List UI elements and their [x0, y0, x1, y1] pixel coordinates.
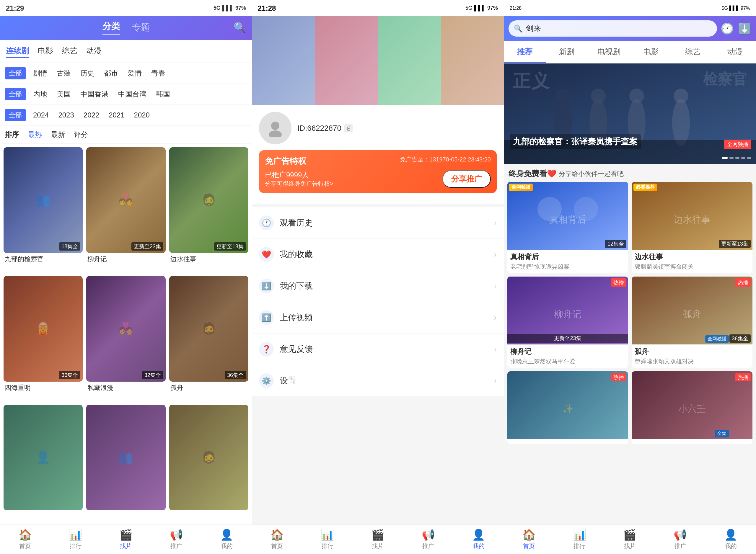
vip-share-button[interactable]: 分享推广 [442, 170, 491, 188]
nav-promo-label-2: 推广 [422, 542, 434, 550]
tab-tv-drama[interactable]: 电视剧 [588, 41, 630, 63]
ctab-anime[interactable]: 动漫 [86, 45, 102, 58]
filter-romance[interactable]: 爱情 [125, 67, 144, 79]
filter-youth[interactable]: 青春 [149, 67, 168, 79]
nav-home-2[interactable]: 🏠 首页 [252, 525, 302, 554]
filter-hk[interactable]: 中国香港 [78, 88, 111, 100]
filter-drama[interactable]: 剧情 [31, 67, 50, 79]
filter-label-all3: 全部 [5, 109, 26, 121]
nav-home-label-3: 首页 [523, 542, 535, 550]
filter-korea[interactable]: 韩国 [154, 88, 172, 100]
search-icon[interactable]: 🔍 [234, 21, 246, 33]
signal-icon-2: ▌▌▌ [474, 5, 486, 11]
network-icon-2: 5G [465, 5, 472, 11]
rec-subtitle-3: 张晚意王楚然双马甲斗爱 [510, 357, 625, 366]
tab-movie[interactable]: 电影 [630, 41, 672, 63]
video-card-5[interactable]: 💑 32集全 私藏浪漫 [86, 276, 165, 401]
dot-5 [747, 157, 751, 159]
ctab-variety[interactable]: 综艺 [62, 45, 78, 58]
filter-history[interactable]: 历史 [78, 67, 97, 79]
tab-special[interactable]: 专题 [132, 21, 150, 34]
main-content: 正义 检察官 九部的检察官：张译秦岚携手查案 全网独播 终身免费看❤️ 分享给小… [504, 63, 756, 524]
video-thumb-7: 👤 [4, 405, 83, 510]
hot-badge-6: 热播 [735, 373, 751, 381]
tab-recommend[interactable]: 推荐 [504, 41, 546, 63]
nav-home-1[interactable]: 🏠 首页 [0, 525, 50, 554]
nav-find-3[interactable]: 🎬 找片 [605, 525, 655, 554]
video-card-7[interactable]: 👤 [4, 405, 83, 521]
panel-category: 21:29 5G ▌▌▌ 97% 分类 专题 🔍 连续剧 电影 综艺 动漫 全部… [0, 0, 252, 554]
filter-mainland[interactable]: 内地 [31, 88, 50, 100]
nav-find-1[interactable]: 🎬 找片 [101, 525, 151, 554]
nav-rank-2[interactable]: 📊 排行 [302, 525, 353, 554]
nav-promo-2[interactable]: 📢 推广 [403, 525, 454, 554]
video-card-2[interactable]: 💑 更新至23集 柳舟记 [86, 147, 165, 272]
menu-item-downloads[interactable]: ⬇️ 我的下载 › [252, 270, 504, 302]
menu-text-downloads: 我的下载 [280, 280, 494, 292]
tab-variety[interactable]: 综艺 [672, 41, 714, 63]
video-card-8[interactable]: 👥 [86, 405, 165, 521]
filter-costume[interactable]: 古装 [54, 67, 73, 79]
video-badge-6: 36集全 [225, 371, 246, 379]
ctab-drama[interactable]: 连续剧 [6, 45, 29, 58]
main-banner[interactable]: 正义 检察官 九部的检察官：张译秦岚携手查案 全网独播 [504, 63, 756, 164]
nav-rank-3[interactable]: 📊 排行 [554, 525, 605, 554]
status-icons-3: 5G ▌▌▌ 97% [722, 6, 750, 11]
rec-thumb-1: 真相背后 12集全 全网独播 [507, 182, 628, 250]
nav-rank-1[interactable]: 📊 排行 [50, 525, 101, 554]
nav-home-3[interactable]: 🏠 首页 [504, 525, 554, 554]
menu-item-upload[interactable]: ⬆️ 上传视频 › [252, 302, 504, 334]
video-card-9[interactable]: 🧔 [169, 405, 248, 521]
history-search-icon[interactable]: 🕐 [720, 22, 734, 35]
nav-profile-3[interactable]: 👤 我的 [706, 525, 756, 554]
filter-2021[interactable]: 2021 [106, 110, 127, 120]
video-thumb-1: 👥 18集全 [4, 147, 83, 253]
nav-profile-1[interactable]: 👤 我的 [201, 525, 252, 554]
ctab-movie[interactable]: 电影 [38, 45, 53, 58]
filter-2020[interactable]: 2020 [132, 110, 152, 120]
nav-find-2[interactable]: 🎬 找片 [353, 525, 403, 554]
filter-usa[interactable]: 美国 [54, 88, 73, 100]
time-1: 21:29 [6, 4, 24, 12]
feedback-icon: ❓ [259, 342, 274, 356]
menu-item-history[interactable]: 🕐 观看历史 › [252, 207, 504, 239]
filter-urban[interactable]: 都市 [102, 67, 120, 79]
tab-new-drama[interactable]: 新剧 [546, 41, 588, 63]
nav-promo-3[interactable]: 📢 推广 [655, 525, 706, 554]
home-icon-3: 🏠 [522, 529, 536, 541]
filter-row-year: 全部 2024 2023 2022 2021 2020 [0, 105, 252, 126]
tab-anime[interactable]: 动漫 [714, 41, 756, 63]
tab-category[interactable]: 分类 [102, 20, 120, 35]
rec-card-4[interactable]: 孤舟 36集全 热播 全网独播 孤舟 曾舜晞张颂文双雄对决 [632, 277, 752, 368]
profile-hero [252, 16, 504, 105]
rec-card-5[interactable]: ✨ 热播 [507, 371, 628, 444]
sort-rating[interactable]: 评分 [74, 130, 88, 139]
filter-2022[interactable]: 2022 [81, 110, 102, 120]
download-header-icon[interactable]: ⬇️ [738, 22, 751, 35]
rec-card-2[interactable]: 边水往事 更新至13集 必看推荐 边水往事 郭麒麟吴镇宇搏命闯关 [632, 182, 752, 273]
filter-2024[interactable]: 2024 [31, 110, 51, 120]
filter-tw[interactable]: 中国台湾 [116, 88, 149, 100]
rec-card-1[interactable]: 真相背后 12集全 全网独播 真相背后 老宅别墅惊现诡异凶案 [507, 182, 628, 273]
rec-card-3[interactable]: 柳舟记 更新至23集 热播 柳舟记 张晚意王楚然双马甲斗爱 [507, 277, 628, 368]
video-card-3[interactable]: 🧔 更新至13集 边水往事 [169, 147, 248, 272]
video-card-4[interactable]: 🧝 36集全 四海重明 [4, 276, 83, 401]
nav-profile-2[interactable]: 👤 我的 [453, 525, 504, 554]
copy-icon[interactable]: ⎘ [344, 124, 353, 132]
rec-update-badge-3: 更新至23集 [507, 334, 628, 343]
sort-hot[interactable]: 最热 [28, 130, 42, 139]
menu-item-feedback[interactable]: ❓ 意见反馈 › [252, 334, 504, 365]
filter-2023[interactable]: 2023 [56, 110, 76, 120]
video-card-1[interactable]: 👥 18集全 九部的检察官 [4, 147, 83, 272]
search-bar[interactable]: 🔍 剑来 [508, 20, 717, 37]
video-card-6[interactable]: 🧔 36集全 孤舟 [169, 276, 248, 401]
rec-card-6[interactable]: 小六壬 热播 全集 [632, 371, 752, 444]
history-icon: 🕐 [259, 215, 274, 230]
menu-item-settings[interactable]: ⚙️ 设置 › [252, 365, 504, 396]
rec-info-3: 柳舟记 张晚意王楚然双马甲斗爱 [507, 344, 628, 368]
search-bar-text: 剑来 [526, 23, 712, 34]
hot-badge-4: 热播 [735, 278, 751, 287]
sort-new[interactable]: 最新 [51, 130, 65, 139]
menu-item-favorites[interactable]: ❤️ 我的收藏 › [252, 239, 504, 270]
nav-promo-1[interactable]: 📢 推广 [151, 525, 202, 554]
